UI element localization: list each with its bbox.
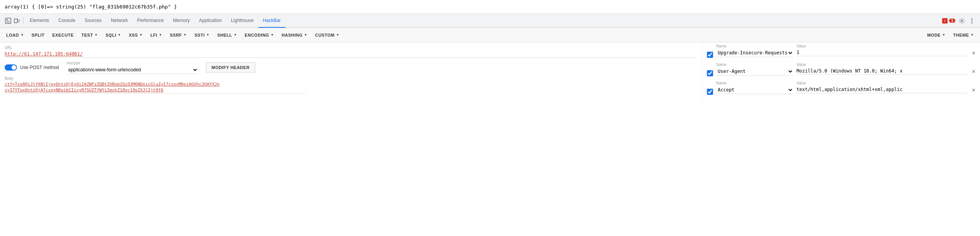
ssrf-button[interactable]: SSRF ▼ <box>167 32 190 39</box>
post-enctype-row: Use POST method enctype application/x-ww… <box>5 61 697 74</box>
tab-application[interactable]: Application <box>194 14 226 28</box>
body-section: Body <box>5 76 697 95</box>
header-1-delete-button[interactable]: × <box>972 50 975 56</box>
execute-button[interactable]: EXECUTE <box>49 32 76 39</box>
lfi-button[interactable]: LFI ▼ <box>147 32 165 39</box>
devtools-tabs-bar: Elements Console Sources Network Perform… <box>0 14 980 28</box>
header-1-value-input[interactable] <box>797 49 968 56</box>
svg-rect-2 <box>18 20 19 22</box>
header-1-name-select[interactable]: Upgrade-Insecure-Requests <box>716 49 793 57</box>
hackbar-left-panel: URL Use POST method enctype application/… <box>0 42 702 101</box>
tab-lighthouse[interactable]: Lighthouse <box>226 14 258 28</box>
header-2-checkbox[interactable] <box>707 70 713 76</box>
enctype-label: enctype <box>67 61 198 65</box>
tab-elements[interactable]: Elements <box>25 14 54 28</box>
header-row-1: Name Upgrade-Insecure-Requests Value × <box>707 44 975 59</box>
sqli-dropdown-arrow: ▼ <box>118 33 121 37</box>
hashing-dropdown-arrow: ▼ <box>304 33 307 37</box>
tab-hackbar[interactable]: HackBar <box>258 14 285 28</box>
svg-point-4 <box>972 18 973 19</box>
test-dropdown-arrow: ▼ <box>95 33 98 37</box>
settings-icon[interactable] <box>958 17 965 24</box>
header-3-value-input[interactable] <box>797 86 968 93</box>
header-2-name-select[interactable]: User-Agent <box>716 67 793 76</box>
theme-button[interactable]: THEME ▼ <box>950 32 977 39</box>
header-3-value-group: Value × <box>797 81 975 94</box>
header-2-value-input[interactable] <box>797 67 968 75</box>
split-button[interactable]: SPLIT <box>29 32 48 39</box>
header-1-checkbox[interactable] <box>707 52 713 58</box>
header-3-name-group: Name Accept <box>716 81 793 94</box>
load-button[interactable]: LOAD ▼ <box>3 32 27 39</box>
tab-memory[interactable]: Memory <box>168 14 194 28</box>
header-1-fields: Name Upgrade-Insecure-Requests Value × <box>716 44 975 57</box>
lfi-dropdown-arrow: ▼ <box>159 33 162 37</box>
error-count-badge: 1 <box>949 19 955 23</box>
enctype-section: enctype application/x-www-form-urlencode… <box>67 61 198 74</box>
load-dropdown-arrow: ▼ <box>20 33 24 37</box>
header-2-name-group: Name User-Agent <box>716 62 793 76</box>
hashing-button[interactable]: HASHING ▼ <box>279 32 311 39</box>
ssti-dropdown-arrow: ▼ <box>206 33 209 37</box>
ssti-button[interactable]: SSTI ▼ <box>192 32 213 39</box>
xss-dropdown-arrow: ▼ <box>139 33 143 37</box>
page-output: array(1) { [0]=> string(25) "flag_831b69… <box>0 0 980 14</box>
post-method-toggle[interactable] <box>5 64 17 71</box>
header-2-name-label: Name <box>716 62 793 67</box>
url-input[interactable] <box>5 51 697 58</box>
tab-sources[interactable]: Sources <box>80 14 106 28</box>
header-1-value-group: Value × <box>797 44 975 57</box>
header-3-name-select[interactable]: Accept <box>716 86 793 94</box>
tab-performance[interactable]: Performance <box>132 14 168 28</box>
error-badge-group: ! 1 <box>942 18 955 24</box>
encoding-button[interactable]: ENCODING ▼ <box>241 32 277 39</box>
header-2-value-label: Value <box>797 62 975 67</box>
tab-console[interactable]: Console <box>54 14 80 28</box>
header-3-name-label: Name <box>716 81 793 85</box>
device-toolbar-icon[interactable] <box>13 17 20 24</box>
svg-point-3 <box>961 20 963 22</box>
post-toggle-container: Use POST method <box>5 64 59 71</box>
header-2-delete-button[interactable]: × <box>972 69 975 75</box>
theme-dropdown-arrow: ▼ <box>971 33 974 37</box>
body-label: Body <box>5 76 697 81</box>
modify-header-button[interactable]: MODIFY HEADER <box>206 62 256 72</box>
svg-rect-1 <box>14 19 17 23</box>
encoding-dropdown-arrow: ▼ <box>271 33 274 37</box>
devtools-right-icons: ! 1 <box>942 17 978 24</box>
hackbar-main: URL Use POST method enctype application/… <box>0 42 980 101</box>
header-1-value-label: Value <box>797 44 975 48</box>
header-1-name-group: Name Upgrade-Insecure-Requests <box>716 44 793 57</box>
sqli-button[interactable]: SQLI ▼ <box>102 32 124 39</box>
header-3-delete-button[interactable]: × <box>972 87 975 93</box>
ssrf-dropdown-arrow: ▼ <box>183 33 187 37</box>
svg-point-6 <box>972 22 973 23</box>
shell-button[interactable]: SHELL ▼ <box>214 32 240 39</box>
shell-dropdown-arrow: ▼ <box>234 33 237 37</box>
header-1-name-label: Name <box>716 44 793 48</box>
hackbar-toolbar: LOAD ▼ SPLIT EXECUTE TEST ▼ SQLI ▼ XSS ▼… <box>0 28 980 42</box>
xss-button[interactable]: XSS ▼ <box>126 32 146 39</box>
header-3-checkbox[interactable] <box>707 89 713 95</box>
header-3-fields: Name Accept Value × <box>716 81 975 94</box>
more-options-icon[interactable] <box>968 17 975 24</box>
custom-dropdown-arrow: ▼ <box>336 33 339 37</box>
tab-network[interactable]: Network <box>106 14 132 28</box>
hackbar-right-panel: Name Upgrade-Insecure-Requests Value × N… <box>702 42 980 101</box>
header-2-value-group: Value × <box>797 62 975 76</box>
mode-button[interactable]: MODE ▼ <box>924 32 948 39</box>
body-textarea[interactable] <box>5 81 306 94</box>
svg-point-5 <box>972 20 973 21</box>
mode-dropdown-arrow: ▼ <box>942 33 945 37</box>
inspect-element-icon[interactable] <box>5 17 12 24</box>
url-section: URL <box>5 46 697 58</box>
header-row-2: Name User-Agent Value × <box>707 62 975 78</box>
header-2-fields: Name User-Agent Value × <box>716 62 975 76</box>
custom-button[interactable]: CUSTOM ▼ <box>312 32 343 39</box>
enctype-select[interactable]: application/x-www-form-urlencodedmultipa… <box>67 66 198 74</box>
svg-rect-0 <box>5 18 11 24</box>
devtools-icon-group <box>2 17 24 24</box>
header-3-value-label: Value <box>797 81 975 85</box>
test-button[interactable]: TEST ▼ <box>78 32 101 39</box>
header-row-3: Name Accept Value × <box>707 81 975 96</box>
